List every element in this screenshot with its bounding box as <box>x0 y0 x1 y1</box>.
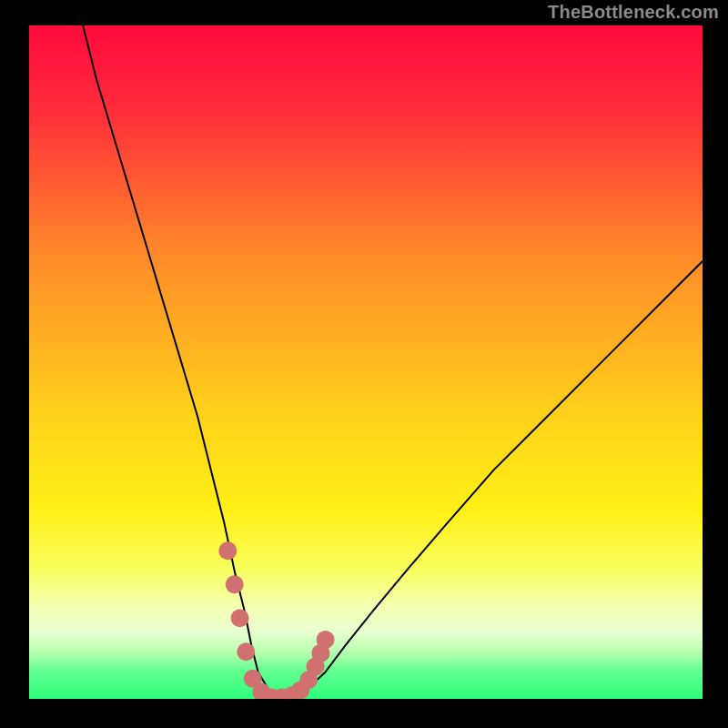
marker-dot <box>218 541 237 560</box>
watermark-text: TheBottleneck.com <box>548 2 719 23</box>
marker-dot <box>226 575 244 593</box>
marker-dot <box>237 642 255 661</box>
marker-dot <box>317 631 335 649</box>
chart-frame: TheBottleneck.com <box>0 0 728 728</box>
chart-svg <box>29 25 703 699</box>
bottleneck-curve <box>83 25 703 697</box>
plot-area <box>29 25 703 699</box>
marker-group <box>218 541 334 699</box>
marker-dot <box>231 609 249 627</box>
